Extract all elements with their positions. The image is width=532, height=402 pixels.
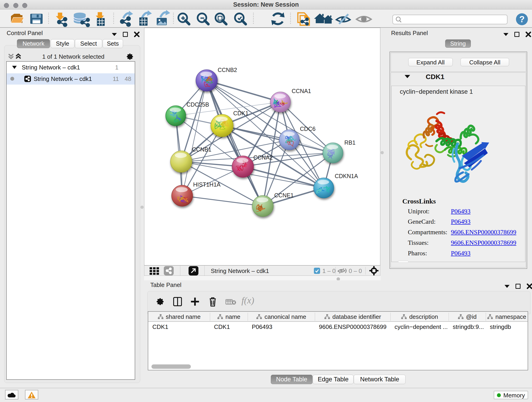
svg-text:CCNA2: CCNA2 bbox=[253, 154, 273, 161]
svg-text:?: ? bbox=[519, 14, 525, 24]
svg-text:CCNB1: CCNB1 bbox=[192, 146, 211, 153]
svg-text:CDC25B: CDC25B bbox=[186, 101, 209, 108]
svg-text:CDK1: CDK1 bbox=[233, 110, 249, 116]
svg-text:CCNE1: CCNE1 bbox=[274, 192, 294, 198]
svg-text:CCNA1: CCNA1 bbox=[292, 88, 311, 94]
svg-text:HIST1H1A: HIST1H1A bbox=[193, 181, 221, 188]
svg-text:CDKN1A: CDKN1A bbox=[335, 173, 358, 179]
svg-text:CCNB2: CCNB2 bbox=[218, 67, 237, 73]
svg-text:CDC6: CDC6 bbox=[300, 126, 316, 132]
svg-text:RB1: RB1 bbox=[344, 139, 355, 146]
